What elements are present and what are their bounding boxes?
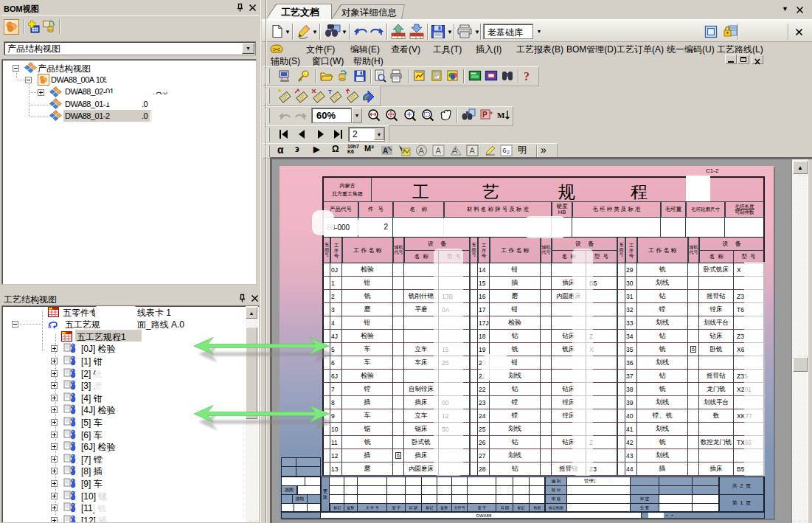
svg-text:A: A	[383, 147, 388, 155]
svg-text:2: 2	[507, 150, 510, 155]
svg-text:?: ?	[524, 70, 530, 83]
svg-text:M: M	[497, 111, 505, 120]
svg-text:A: A	[436, 146, 442, 155]
svg-text:6: 6	[503, 147, 507, 154]
svg-text:A: A	[419, 146, 425, 155]
svg-text:A: A	[470, 146, 476, 155]
svg-text:T: T	[328, 89, 332, 95]
svg-text:P: P	[482, 111, 487, 119]
